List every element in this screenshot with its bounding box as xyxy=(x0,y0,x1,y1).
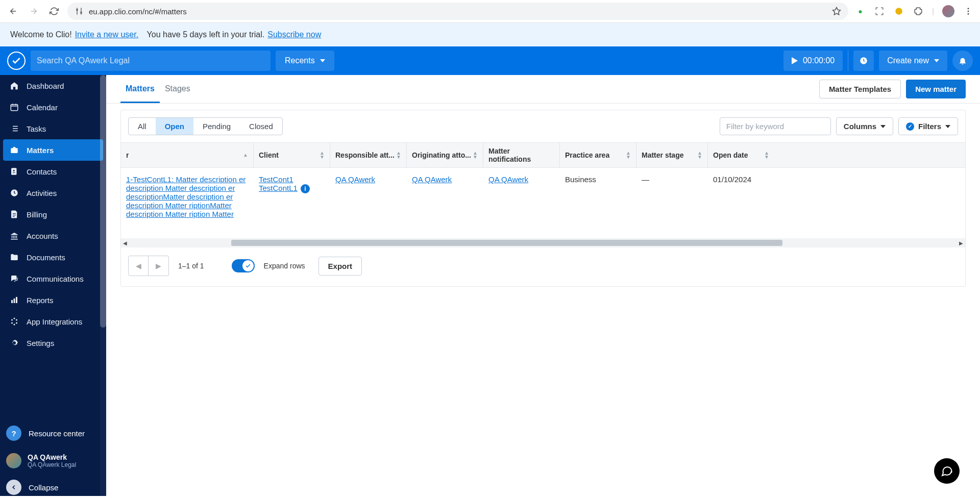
svg-point-19 xyxy=(11,322,13,324)
columns-button[interactable]: Columns xyxy=(836,117,893,135)
prev-page-button[interactable]: ◀ xyxy=(128,256,149,276)
scroll-thumb[interactable] xyxy=(231,240,782,246)
filters-button[interactable]: ✓Filters xyxy=(898,117,958,135)
sidebar-item-contacts[interactable]: Contacts xyxy=(0,161,106,182)
collapse-sidebar[interactable]: Collapse xyxy=(0,475,106,496)
svg-rect-14 xyxy=(14,298,15,303)
sidebar-item-billing[interactable]: Billing xyxy=(0,204,106,225)
subscribe-link[interactable]: Subscribe now xyxy=(267,30,321,39)
tab-matters[interactable]: Matters xyxy=(120,75,160,103)
chat-icon xyxy=(9,273,19,284)
chat-fab[interactable] xyxy=(934,458,960,484)
sidebar-item-app-integrations[interactable]: App Integrations xyxy=(0,311,106,332)
sidebar-item-accounts[interactable]: Accounts xyxy=(0,225,106,246)
seg-closed[interactable]: Closed xyxy=(240,118,282,135)
clio-logo[interactable] xyxy=(7,52,26,70)
star-icon[interactable] xyxy=(832,7,841,16)
resource-center[interactable]: ?Resource center xyxy=(0,419,106,447)
th-client[interactable]: Client▲▼ xyxy=(254,143,330,167)
sidebar-item-communications[interactable]: Communications xyxy=(0,268,106,289)
chevron-down-icon xyxy=(934,59,939,62)
th-matter-stage[interactable]: Matter stage▲▼ xyxy=(636,143,708,167)
th-practice-area[interactable]: Practice area▲▼ xyxy=(560,143,636,167)
forward-button[interactable] xyxy=(27,4,41,18)
matter-templates-button[interactable]: Matter Templates xyxy=(819,80,901,98)
th-notifications[interactable]: Matter notifications xyxy=(483,143,560,167)
th-matter[interactable]: r▲ xyxy=(121,143,254,167)
user-menu[interactable]: QA QAwerk QA QAwerk Legal xyxy=(0,447,106,475)
invite-user-link[interactable]: Invite a new user. xyxy=(75,30,139,39)
responsible-link[interactable]: QA QAwerk xyxy=(335,175,375,184)
sidebar-item-settings[interactable]: Settings xyxy=(0,332,106,354)
export-button[interactable]: Export xyxy=(318,257,362,276)
sidebar-item-reports[interactable]: Reports xyxy=(0,289,106,311)
user-name: QA QAwerk xyxy=(28,453,76,461)
th-originating[interactable]: Originating atto...▲▼ xyxy=(407,143,483,167)
originating-link[interactable]: QA QAwerk xyxy=(412,175,452,184)
sidebar-item-matters[interactable]: Matters xyxy=(3,139,103,161)
global-search[interactable] xyxy=(31,51,271,71)
pagination: ◀ ▶ xyxy=(128,256,169,276)
horizontal-scrollbar[interactable]: ◀ ▶ xyxy=(121,238,965,247)
sidebar-scrollbar[interactable] xyxy=(100,75,106,496)
ext-rec-icon[interactable]: ● xyxy=(854,6,866,17)
create-new-button[interactable]: Create new xyxy=(879,51,947,71)
client-link[interactable]: TestCont1 TestContL1 xyxy=(259,175,298,192)
caret-down-icon xyxy=(945,125,950,128)
notifications-link[interactable]: QA QAwerk xyxy=(488,175,528,184)
play-icon xyxy=(792,57,798,64)
ext-tag-icon[interactable] xyxy=(874,6,885,17)
practice-area: Business xyxy=(565,175,596,184)
table-header: r▲ Client▲▼ Responsible att...▲▼ Origina… xyxy=(121,142,965,168)
notifications-button[interactable] xyxy=(952,51,973,71)
help-icon: ? xyxy=(6,426,21,441)
sidebar-item-dashboard[interactable]: Dashboard xyxy=(0,75,106,96)
scroll-left-icon[interactable]: ◀ xyxy=(121,240,129,246)
back-button[interactable] xyxy=(6,4,20,18)
caret-down-icon xyxy=(880,125,886,128)
profile-avatar[interactable] xyxy=(942,5,954,17)
sidebar-item-documents[interactable]: Documents xyxy=(0,246,106,268)
expand-rows-label: Expand rows xyxy=(264,262,305,270)
timer-button[interactable]: 00:00:00 xyxy=(783,51,843,71)
svg-point-3 xyxy=(896,8,903,15)
expand-rows-toggle[interactable] xyxy=(232,259,255,272)
new-matter-button[interactable]: New matter xyxy=(906,80,966,98)
reload-button[interactable] xyxy=(47,4,61,18)
sidebar-item-tasks[interactable]: Tasks xyxy=(0,118,106,139)
user-firm: QA QAwerk Legal xyxy=(28,461,76,468)
th-responsible[interactable]: Responsible att...▲▼ xyxy=(330,143,407,167)
apps-icon xyxy=(9,316,19,327)
user-avatar xyxy=(6,453,21,468)
ext-shield-icon[interactable] xyxy=(893,6,904,17)
th-open-date[interactable]: Open date▲▼ xyxy=(708,143,774,167)
filter-keyword-input[interactable] xyxy=(720,117,831,135)
content-area: Matters Stages Matter Templates New matt… xyxy=(106,75,980,496)
svg-point-5 xyxy=(968,11,969,12)
list-icon xyxy=(9,123,19,134)
seg-all[interactable]: All xyxy=(129,118,156,135)
seg-open[interactable]: Open xyxy=(156,118,193,135)
info-icon[interactable]: i xyxy=(301,184,310,193)
seg-pending[interactable]: Pending xyxy=(193,118,240,135)
trial-welcome: Welcome to Clio! xyxy=(10,30,72,39)
tab-stages[interactable]: Stages xyxy=(160,75,195,103)
search-input[interactable] xyxy=(37,56,264,65)
svg-rect-15 xyxy=(16,297,17,303)
scroll-right-icon[interactable]: ▶ xyxy=(957,240,965,246)
url-text[interactable]: eu.app.clio.com/nc/#/matters xyxy=(89,7,827,16)
kebab-menu-icon[interactable] xyxy=(963,6,974,17)
url-bar[interactable]: eu.app.clio.com/nc/#/matters xyxy=(67,3,848,20)
recents-button[interactable]: Recents xyxy=(276,51,334,71)
svg-marker-7 xyxy=(792,57,798,64)
matter-link[interactable]: 1-TestContL1: Matter description er desc… xyxy=(126,175,246,218)
table-row: 1-TestContL1: Matter description er desc… xyxy=(121,168,965,238)
sidebar-item-calendar[interactable]: Calendar xyxy=(0,96,106,118)
time-entries-button[interactable] xyxy=(853,51,874,71)
svg-point-0 xyxy=(77,9,78,11)
site-settings-icon[interactable] xyxy=(75,7,84,16)
sidebar-item-activities[interactable]: Activities xyxy=(0,182,106,204)
page-tabs: Matters Stages Matter Templates New matt… xyxy=(106,75,980,104)
extensions-icon[interactable] xyxy=(913,6,924,17)
next-page-button[interactable]: ▶ xyxy=(149,256,169,276)
